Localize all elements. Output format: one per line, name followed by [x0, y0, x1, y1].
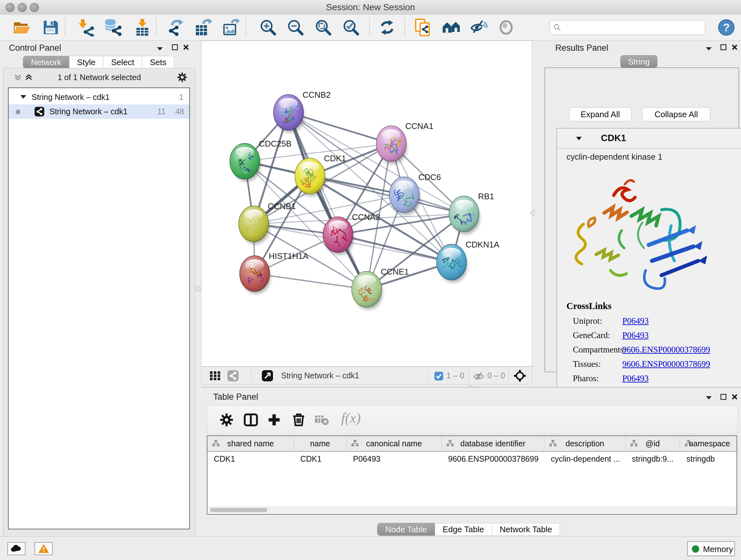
- tab-edge-table[interactable]: Edge Table: [435, 523, 492, 536]
- search-input[interactable]: [549, 20, 705, 35]
- zoom-out-icon[interactable]: [286, 18, 305, 37]
- warning-icon: [38, 544, 50, 553]
- network-node-CCNB2[interactable]: [273, 95, 305, 133]
- show-columns-icon[interactable]: [244, 413, 258, 427]
- crosslink-link[interactable]: P06493: [622, 316, 649, 326]
- network-node-CDKN1A[interactable]: [436, 244, 468, 283]
- export-image-icon[interactable]: [222, 18, 240, 37]
- collapse-all-button[interactable]: Collapse All: [642, 107, 711, 121]
- table-row[interactable]: CDK1CDK1P064939606.ENSP00000378699cyclin…: [207, 451, 737, 466]
- node-label-CDC6: CDC6: [418, 172, 441, 182]
- network-row-selected[interactable]: String Network – cdk1 11 48: [9, 105, 189, 119]
- hidden-eye-icon: [473, 372, 484, 381]
- network-view-mode-icon[interactable]: [227, 370, 239, 382]
- panel-close-icon[interactable]: [731, 393, 738, 400]
- table-cell-shared-name[interactable]: CDK1: [207, 451, 294, 466]
- table-cell-namespace[interactable]: stringdb: [680, 451, 737, 466]
- scrollbar-thumb[interactable]: [210, 508, 267, 512]
- memory-button[interactable]: Memory: [687, 541, 735, 556]
- network-view-canvas[interactable]: CCNB2CCNA1CDC25BCDK1CDC6RB1CCNB1CCNA2CDK…: [201, 41, 532, 367]
- import-table-icon[interactable]: [133, 18, 151, 37]
- column-header--id[interactable]: @id: [625, 436, 680, 451]
- export-table-icon[interactable]: [194, 18, 212, 37]
- duplicate-network-icon[interactable]: [414, 18, 432, 37]
- column-header-shared-name[interactable]: shared name: [207, 436, 294, 451]
- add-column-icon[interactable]: [267, 413, 281, 427]
- table-horizontal-scrollbar[interactable]: [208, 507, 737, 513]
- network-node-HIST1H1A[interactable]: [240, 256, 271, 294]
- save-session-icon[interactable]: [42, 18, 59, 37]
- birds-eye-view-icon[interactable]: [261, 370, 273, 382]
- crosslink-label: Compartments:: [573, 345, 626, 355]
- panel-menu-icon[interactable]: [705, 395, 712, 400]
- expand-all-button[interactable]: Expand All: [569, 107, 631, 121]
- panel-menu-icon[interactable]: [705, 46, 712, 51]
- tab-select[interactable]: Select: [104, 56, 142, 69]
- network-edge[interactable]: [288, 112, 367, 289]
- warning-status-button[interactable]: [35, 542, 53, 555]
- network-options-gear-icon[interactable]: [177, 72, 188, 83]
- collapse-section-icon[interactable]: [576, 136, 583, 141]
- panel-menu-icon[interactable]: [156, 46, 163, 51]
- network-node-CDC25B[interactable]: [230, 143, 261, 182]
- tree-expand-icon[interactable]: [20, 95, 26, 99]
- grid-view-icon[interactable]: [210, 371, 220, 381]
- results-panel-title: Results Panel: [555, 43, 609, 53]
- help-icon[interactable]: ?: [718, 18, 735, 37]
- crosslink-link[interactable]: 9606.ENSP00000378699: [622, 359, 710, 369]
- show-hidden-eye-icon[interactable]: [497, 18, 515, 37]
- hide-panels-eye-icon[interactable]: [470, 18, 488, 37]
- import-network-database-icon[interactable]: [104, 18, 122, 37]
- tab-network[interactable]: Network: [23, 56, 69, 69]
- column-header-database-identifier[interactable]: database identifier: [442, 436, 544, 451]
- open-session-icon[interactable]: [13, 18, 30, 37]
- crosslink-link[interactable]: P06493: [622, 374, 649, 383]
- network-node-CCNA2[interactable]: [323, 217, 354, 255]
- network-node-CDK1[interactable]: [295, 158, 326, 196]
- panel-close-icon[interactable]: [731, 44, 738, 51]
- panel-float-icon[interactable]: [720, 393, 727, 400]
- table-options-gear-icon[interactable]: [219, 413, 234, 427]
- table-header-row: shared namenamecanonical namedatabase id…: [207, 436, 737, 452]
- network-node-CCNB1[interactable]: [239, 206, 270, 244]
- home-views-icon[interactable]: [442, 18, 460, 37]
- search-field[interactable]: [564, 21, 702, 33]
- table-cell--id[interactable]: stringdb:9...: [625, 451, 680, 466]
- panel-float-icon[interactable]: [172, 44, 179, 51]
- crosslink-link[interactable]: P06493: [622, 330, 649, 340]
- network-edge[interactable]: [255, 273, 367, 289]
- panel-close-icon[interactable]: [183, 44, 190, 51]
- network-graph[interactable]: CCNB2CCNA1CDC25BCDK1CDC6RB1CCNB1CCNA2CDK…: [201, 41, 532, 366]
- network-node-CCNE1[interactable]: [352, 271, 383, 310]
- network-collection-row[interactable]: String Network – cdk1 1: [9, 90, 189, 105]
- network-node-CCNA1[interactable]: [376, 126, 407, 164]
- table-cell-description[interactable]: cyclin-dependent ...: [544, 451, 625, 466]
- column-header-description[interactable]: description: [544, 436, 625, 451]
- table-cell-name[interactable]: CDK1: [294, 451, 347, 466]
- selected-checkbox-icon[interactable]: [434, 372, 443, 381]
- panel-float-icon[interactable]: [720, 44, 727, 51]
- zoom-in-icon[interactable]: [259, 18, 277, 37]
- crosslink-link[interactable]: 9606.ENSP00000378699: [622, 345, 710, 355]
- table-cell-canonical-name[interactable]: P06493: [347, 451, 442, 466]
- column-header-namespace[interactable]: namespace: [680, 436, 737, 451]
- import-network-file-icon[interactable]: [77, 18, 95, 37]
- column-header-name[interactable]: name: [294, 436, 347, 451]
- zoom-selected-icon[interactable]: [342, 18, 360, 37]
- refresh-view-icon[interactable]: [378, 18, 396, 37]
- tab-style[interactable]: Style: [69, 56, 104, 69]
- table-cell-database-identifier[interactable]: 9606.ENSP00000378699: [442, 451, 544, 466]
- zoom-fit-icon[interactable]: [314, 18, 332, 37]
- protein-header[interactable]: CDK1: [557, 128, 741, 148]
- network-node-RB1[interactable]: [449, 196, 480, 235]
- tab-string[interactable]: String: [620, 55, 657, 68]
- left-splitter-handle[interactable]: [196, 286, 201, 291]
- tab-network-table[interactable]: Network Table: [492, 523, 560, 536]
- delete-column-trash-icon[interactable]: [291, 413, 306, 427]
- column-header-canonical-name[interactable]: canonical name: [347, 436, 442, 451]
- tab-sets[interactable]: Sets: [142, 56, 174, 69]
- cloud-status-button[interactable]: [7, 542, 25, 555]
- fit-selected-target-icon[interactable]: [514, 369, 526, 382]
- export-network-icon[interactable]: [166, 18, 184, 37]
- tab-node-table[interactable]: Node Table: [377, 523, 435, 536]
